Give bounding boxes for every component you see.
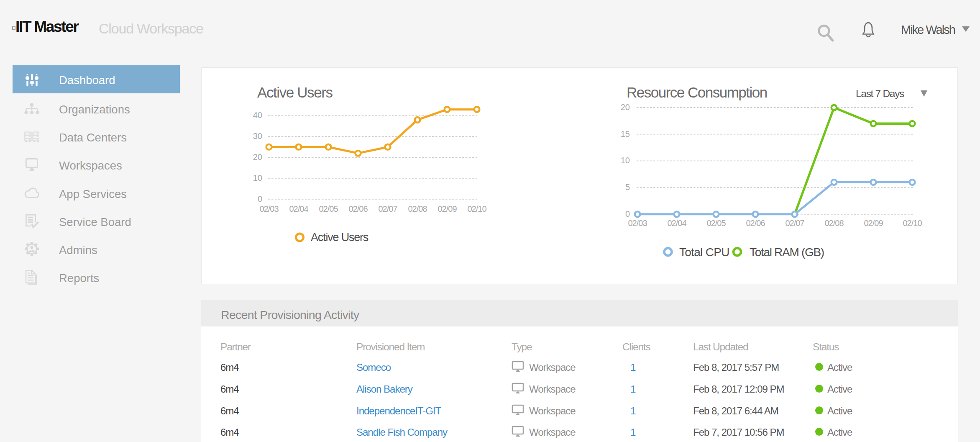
svg-text:0: 0 — [625, 209, 630, 218]
svg-text:02/09: 02/09 — [864, 218, 883, 228]
svg-text:02/04: 02/04 — [667, 218, 686, 228]
svg-text:02/08: 02/08 — [824, 218, 844, 228]
svg-text:Active Users: Active Users — [311, 231, 368, 244]
svg-text:02/07: 02/07 — [785, 218, 804, 228]
svg-text:02/08: 02/08 — [408, 204, 427, 213]
svg-text:15: 15 — [621, 129, 630, 139]
svg-text:10: 10 — [621, 156, 630, 165]
svg-text:40: 40 — [253, 110, 262, 120]
svg-text:02/06: 02/06 — [348, 204, 368, 213]
svg-text:0: 0 — [258, 194, 262, 203]
svg-text:Total RAM (GB): Total RAM (GB) — [750, 246, 824, 259]
svg-text:02/10: 02/10 — [467, 204, 486, 213]
svg-text:02/04: 02/04 — [289, 204, 308, 213]
svg-text:02/10: 02/10 — [903, 218, 922, 228]
svg-text:20: 20 — [621, 103, 630, 112]
svg-text:02/09: 02/09 — [438, 204, 457, 213]
svg-text:02/06: 02/06 — [746, 218, 765, 228]
svg-text:Total CPU: Total CPU — [679, 246, 729, 259]
svg-text:02/03: 02/03 — [259, 204, 279, 213]
svg-text:02/07: 02/07 — [378, 204, 397, 213]
svg-text:20: 20 — [253, 152, 262, 162]
svg-text:30: 30 — [253, 131, 262, 141]
svg-text:5: 5 — [625, 182, 630, 192]
svg-text:10: 10 — [253, 173, 262, 182]
svg-text:02/05: 02/05 — [319, 204, 338, 213]
svg-text:02/03: 02/03 — [628, 218, 647, 228]
svg-text:02/05: 02/05 — [706, 218, 726, 228]
